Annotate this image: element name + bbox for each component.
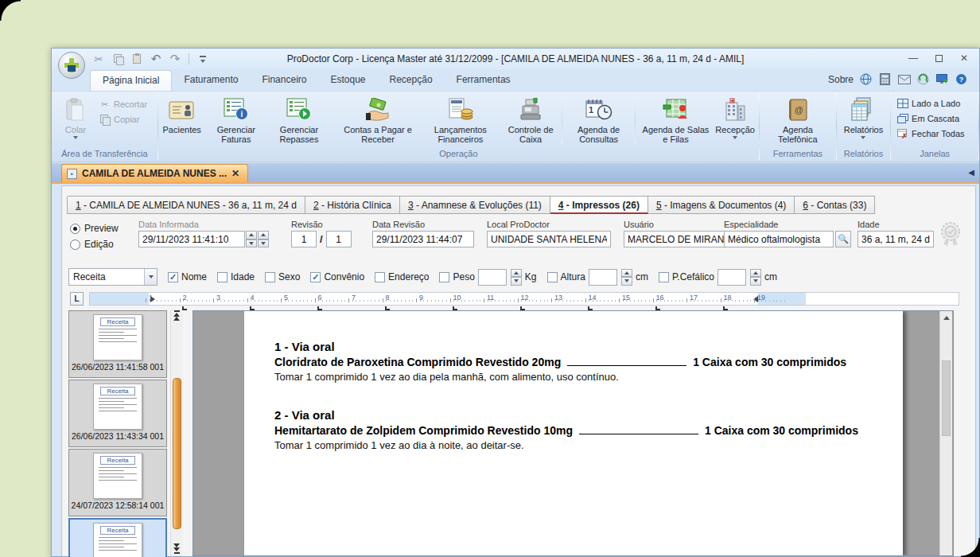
checkbox-icon[interactable] [375, 272, 385, 282]
measure-peso[interactable]: PesoKg [439, 269, 536, 286]
cut-button[interactable]: ✂ Recortar [96, 98, 150, 111]
subtab-contas[interactable]: 6 - Contas (33) [795, 196, 875, 214]
scroll-to-top-icon[interactable] [172, 310, 182, 317]
calculator-icon[interactable] [878, 72, 892, 86]
lancamentos-financeiros-button[interactable]: Lançamentos Financeiros [420, 94, 501, 145]
recepcao-button[interactable]: Recepção [714, 94, 756, 140]
option-endereço[interactable]: Endereço [375, 271, 429, 282]
undo-icon[interactable]: ↶ [149, 52, 163, 66]
paste-icon[interactable] [130, 52, 144, 66]
peso-input[interactable] [478, 269, 507, 286]
cut-icon[interactable]: ✂ [91, 52, 106, 66]
scroll-to-bottom-icon[interactable] [172, 547, 182, 554]
option-idade[interactable]: Idade [217, 271, 255, 282]
copy-button[interactable]: Copiar [96, 113, 150, 126]
contas-pagar-receber-button[interactable]: Contas a Pagar e Receber [336, 94, 419, 145]
edicao-radio[interactable]: Edição [70, 239, 119, 250]
tab-faturamento[interactable]: Faturamento [172, 70, 250, 91]
combo-caret-icon[interactable] [144, 269, 157, 285]
em-cascata-button[interactable]: Em Cascata [894, 112, 962, 125]
thumbnail-item-selected[interactable]: Receita 29/11/2023 11:41:10 001 [68, 518, 167, 557]
relatorios-button[interactable]: Relatórios [840, 94, 888, 140]
web-icon[interactable] [859, 72, 873, 86]
document-scrollbar[interactable] [939, 311, 952, 555]
fechar-todas-button[interactable]: ✗ Fechar Todas [894, 127, 966, 140]
tab-financeiro[interactable]: Financeiro [250, 70, 318, 91]
thumbnail-scrollbar[interactable]: ⇵ [170, 310, 182, 556]
date-spinner[interactable] [246, 231, 257, 247]
p.cefálico-input[interactable] [718, 269, 746, 286]
subtab-impressos[interactable]: 4 - Impressos (26) [550, 196, 648, 214]
checkbox-checked-icon[interactable]: ✓ [168, 272, 178, 282]
scroll-up-icon[interactable] [172, 317, 182, 321]
subtab-imagens-documentos[interactable]: 5 - Imagens & Documentos (4) [648, 196, 795, 214]
doc-scrollbar-thumb[interactable] [942, 360, 951, 436]
tab-stop-selector[interactable]: L [70, 292, 84, 306]
agenda-telefonica-button[interactable]: @ Agenda Telefônica [763, 94, 833, 145]
subtab-dados-paciente[interactable]: 1 - CAMILA DE ALMEIDA NUNES - 36 a, 11 m… [67, 196, 305, 214]
revisao-total-input[interactable] [326, 231, 352, 247]
scrollbar-thumb[interactable] [173, 378, 181, 529]
checkbox-icon[interactable] [439, 272, 449, 282]
checkbox-checked-icon[interactable]: ✓ [310, 272, 321, 282]
measure-spinner[interactable] [750, 269, 761, 286]
measure-p.cefálico[interactable]: P.Cefálicocm [659, 269, 777, 286]
especialidade-search-button[interactable]: 🔍 [835, 231, 851, 247]
gerenciar-repasses-button[interactable]: Gerenciar Repasses [266, 94, 332, 145]
especialidade-input[interactable] [724, 231, 834, 247]
customize-toolbar-icon[interactable] [196, 52, 210, 66]
time-spinner[interactable] [258, 231, 269, 247]
subtab-historia-clinica[interactable]: 2 - História Clínica [305, 196, 400, 214]
mail-icon[interactable] [897, 72, 911, 86]
pacientes-button[interactable]: Pacientes [161, 94, 203, 135]
checkbox-icon[interactable] [659, 272, 669, 282]
tab-scroll-left-icon[interactable]: ◀ [968, 168, 974, 177]
copy-icon[interactable] [111, 52, 125, 66]
thumbnail-item[interactable]: Receita 26/06/2023 11:41:58 001 [68, 310, 167, 378]
altura-input[interactable] [589, 269, 617, 286]
reports-icon [850, 96, 876, 123]
patient-document-tab[interactable]: ▪ CAMILA DE ALMEIDA NUNES ... ✕ [61, 164, 248, 182]
data-informada-input[interactable] [138, 231, 245, 247]
close-button[interactable]: ✕ [952, 50, 976, 66]
thumbnail-item[interactable]: Receita 26/06/2023 11:43:34 001 [68, 380, 167, 447]
tab-ferramentas[interactable]: Ferramentas [445, 70, 523, 91]
horizontal-ruler[interactable]: 12345678910111213141516171819 [89, 292, 959, 306]
doc-scroll-up-icon[interactable] [940, 311, 952, 324]
sobre-label[interactable]: Sobre [828, 74, 854, 85]
maximize-button[interactable] [927, 50, 951, 66]
doc-type-combobox[interactable]: Receita [68, 268, 158, 286]
controle-caixa-button[interactable]: Controle de Caixa [501, 94, 560, 145]
agenda-consultas-button[interactable]: 1 Agenda de Consultas [564, 94, 633, 145]
tab-recepcao[interactable]: Recepção [378, 70, 445, 91]
option-convênio[interactable]: ✓Convênio [310, 271, 364, 282]
checkbox-icon[interactable] [547, 272, 558, 282]
remote-support-icon[interactable] [916, 72, 930, 86]
checkbox-icon[interactable] [265, 272, 275, 282]
data-revisao-input[interactable] [372, 231, 474, 247]
minimize-button[interactable]: — [901, 50, 925, 66]
remote-desktop-icon[interactable] [935, 72, 949, 86]
option-sexo[interactable]: Sexo [265, 271, 300, 282]
preview-radio[interactable]: Preview [70, 223, 119, 234]
revisao-current-input[interactable] [291, 231, 317, 247]
measure-spinner[interactable] [621, 269, 632, 286]
local-prodoctor-input[interactable] [487, 231, 611, 247]
gerenciar-faturas-button[interactable]: i Gerenciar Faturas [206, 94, 266, 145]
tab-close-icon[interactable]: ✕ [231, 168, 239, 179]
paste-button[interactable]: Colar [55, 94, 96, 140]
measure-altura[interactable]: Alturacm [547, 269, 648, 286]
subtab-anamnese-evolucoes[interactable]: 3 - Anamnese & Evoluções (11) [400, 196, 550, 214]
agenda-salas-filas-button[interactable]: Agenda de Salas e Filas [637, 94, 714, 145]
measure-spinner[interactable] [511, 269, 522, 286]
option-nome[interactable]: ✓Nome [168, 271, 207, 282]
tab-estoque[interactable]: Estoque [318, 70, 377, 91]
thumbnail-item[interactable]: Receita 24/07/2023 12:58:14 001 [68, 449, 167, 516]
ruler-minor-tick [397, 300, 398, 302]
tab-pagina-inicial[interactable]: Página Inicial [90, 70, 172, 91]
help-icon[interactable]: ? [955, 72, 968, 86]
checkbox-icon[interactable] [217, 272, 228, 282]
redo-icon[interactable]: ↷ [168, 52, 182, 66]
lado-a-lado-button[interactable]: Lado a Lado [894, 97, 962, 110]
idade-input[interactable] [858, 231, 934, 247]
